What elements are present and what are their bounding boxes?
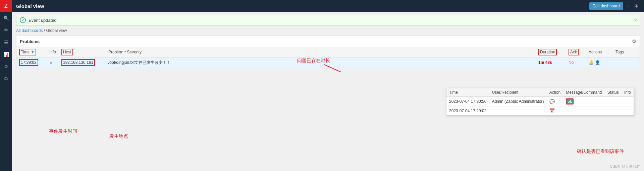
watermark: CSDN @百慕倾君	[610, 164, 640, 169]
popup-col-action: Action	[547, 88, 563, 97]
col-header-duration: Duration	[536, 47, 566, 57]
main-content: Global view Edit dashboard ≡ ⊞ ✓ Event u…	[12, 0, 644, 171]
notification-check-icon: ✓	[20, 17, 26, 23]
breadcrumb-current: Global view	[46, 28, 67, 33]
row-time: 17:29:02	[16, 57, 47, 68]
fullscreen-icon-button[interactable]: ⊞	[633, 2, 640, 10]
col-header-ack: Ack	[566, 47, 586, 57]
sidebar-icon-list[interactable]: ☰	[0, 36, 12, 48]
sidebar-icon-chart[interactable]: 📊	[0, 48, 12, 60]
breadcrumb-all-dashboards[interactable]: All dashboards	[16, 28, 43, 33]
annotation-location: 发生地点	[109, 133, 128, 139]
problems-panel-header: Problems ⚙	[16, 36, 640, 47]
row-actions[interactable]: 🔔 👤	[586, 57, 613, 68]
content-area: Problems ⚙ Time ▼ Info Host	[12, 34, 644, 72]
popup-col-info: Info	[622, 88, 634, 97]
table-row: 17:29:02 192.168.130.161 /opt/qingjun.tx…	[16, 57, 640, 68]
menu-icon-button[interactable]: ≡	[625, 2, 631, 10]
popup-row1-action-icon: 💬	[547, 97, 563, 106]
bell-icon-2[interactable]: 👤	[595, 60, 600, 65]
popup-row1-time: 2023-07-04 17:30:50	[446, 97, 489, 106]
popup-row2-time: 2023-07-04 17:29:02	[446, 106, 489, 115]
sidebar-logo[interactable]: Z	[0, 0, 12, 12]
host-value-outline: 192.168.130.161	[61, 59, 95, 66]
popup-col-time: Time	[446, 88, 489, 97]
notification-text: Event updated	[29, 18, 57, 23]
popup-col-status: Status	[605, 88, 622, 97]
gear-settings-icon[interactable]: ⚙	[632, 39, 636, 44]
ack-col-outline: Ack	[569, 49, 579, 55]
row-duration: 1m 48s	[536, 57, 566, 68]
action-popup-close-button[interactable]: ×	[629, 90, 632, 95]
action-popup-row-2: 2023-07-04 17:29:02 📅	[446, 106, 634, 115]
notification-bar: ✓ Event updated ×	[16, 15, 640, 26]
action-popup-row-1: 2023-07-04 17:30:50 Admin (Zabbix Admini…	[446, 97, 634, 106]
message-icon: 💬	[549, 99, 555, 104]
col-header-actions: Actions	[586, 47, 613, 57]
action-icons: 🔔 👤	[589, 60, 610, 65]
calendar-icon: 📅	[549, 108, 555, 113]
row-ack: No	[566, 57, 586, 68]
problems-table: Time ▼ Info Host Problem • Severity Dura…	[16, 47, 640, 68]
problems-panel: Problems ⚙ Time ▼ Info Host	[16, 36, 640, 68]
problems-title: Problems	[20, 39, 40, 44]
sidebar: Z 🔍 👁 ☰ 📊 ⚙ ⧉	[0, 0, 12, 171]
action-popup-table: Time User/Recipient Action Message/Comma…	[446, 88, 634, 115]
popup-row1-status	[605, 97, 622, 106]
notification-close-button[interactable]: ×	[634, 17, 637, 23]
sidebar-icon-wrench[interactable]: ⚙	[0, 60, 12, 73]
info-dot-icon	[50, 62, 52, 64]
header-actions: Edit dashboard ≡ ⊞	[589, 2, 640, 10]
popup-row2-status	[605, 106, 622, 115]
duration-value: 1m 48s	[538, 60, 552, 65]
row-host: 192.168.130.161	[59, 57, 106, 68]
action-popup: × Time User/Recipient Action Message/Com…	[446, 88, 634, 116]
action-popup-header-row: Time User/Recipient Action Message/Comma…	[446, 88, 634, 97]
popup-row2-info	[622, 106, 634, 115]
popup-col-user: User/Recipient	[489, 88, 547, 97]
sort-arrow: ▼	[31, 50, 35, 54]
popup-row2-action-icon: 📅	[547, 106, 563, 115]
breadcrumb: All dashboards / Global view	[12, 27, 644, 34]
row-tags	[613, 57, 640, 68]
popup-col-message: Message/Command	[563, 88, 605, 97]
col-header-tags: Tags	[613, 47, 640, 57]
sidebar-icon-search[interactable]: 🔍	[0, 12, 12, 24]
time-value-outline: 17:29:02	[19, 59, 38, 66]
popup-row1-info	[622, 97, 634, 106]
edit-dashboard-button[interactable]: Edit dashboard	[589, 2, 623, 10]
page-title: Global view	[16, 3, 44, 9]
ok-badge: ok	[566, 98, 574, 104]
host-col-outline: Host	[61, 49, 73, 55]
popup-row1-user: Admin (Zabbix Administrator)	[489, 97, 547, 106]
col-header-info: Info	[47, 47, 59, 57]
row-info	[47, 57, 59, 68]
problems-table-header-row: Time ▼ Info Host Problem • Severity Dura…	[16, 47, 640, 57]
col-header-time[interactable]: Time ▼	[16, 47, 47, 57]
bell-icon-1[interactable]: 🔔	[589, 60, 594, 65]
popup-row2-user	[489, 106, 547, 115]
sidebar-icon-eye[interactable]: 👁	[0, 24, 12, 36]
col-header-host: Host	[59, 47, 106, 57]
col-header-problem-severity: Problem • Severity	[106, 47, 536, 57]
sidebar-icon-layers[interactable]: ⧉	[0, 73, 12, 85]
popup-row2-message	[563, 106, 605, 115]
ack-value: No	[569, 60, 574, 65]
top-header: Global view Edit dashboard ≡ ⊞	[12, 0, 644, 12]
annotation-event-time: 事件发生时间	[49, 128, 77, 134]
popup-row1-message: ok	[563, 97, 605, 106]
duration-col-outline: Duration	[538, 49, 557, 55]
time-col-outline: Time ▼	[19, 49, 36, 55]
row-problem: /opt/qingjun.txt文件已发生改变！！	[106, 57, 536, 68]
annotation-ack: 确认是否已看到该事件	[577, 148, 624, 155]
